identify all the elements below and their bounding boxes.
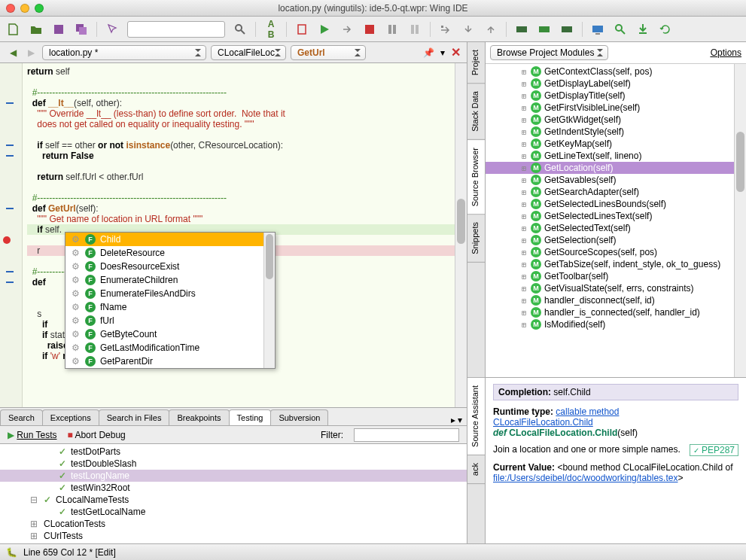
expand-icon[interactable]: ⊞ <box>520 224 528 233</box>
browser-method-item[interactable]: ⊞Mhandler_disconnect(self, id) <box>486 294 734 306</box>
browser-method-item[interactable]: ⊞MGetSavables(self) <box>486 174 734 186</box>
step-into-icon[interactable] <box>461 22 476 37</box>
browser-method-item[interactable]: ⊞MGetLineText(self, lineno) <box>486 150 734 162</box>
expand-icon[interactable]: ⊞ <box>520 285 528 293</box>
tab-search[interactable]: Search <box>0 409 43 425</box>
run-tests-button[interactable]: ▶ Run Tests <box>8 430 56 440</box>
autocomplete-item[interactable]: ⚙FChild <box>65 233 275 246</box>
step-over-icon[interactable] <box>438 22 453 37</box>
browser-method-item[interactable]: ⊞MIsModified(self) <box>486 318 734 330</box>
autocomplete-item[interactable]: ⚙FfUrl <box>65 314 275 327</box>
browser-method-item[interactable]: ⊞MGetSelectedText(self) <box>486 222 734 234</box>
browser-method-item[interactable]: ⊞Mhandler_is_connected(self, handler_id) <box>486 306 734 318</box>
test-item[interactable]: ⊞CUrlTests <box>0 530 467 542</box>
expand-icon[interactable]: ⊞ <box>520 152 528 160</box>
pause2-icon[interactable] <box>407 22 422 37</box>
expand-icon[interactable]: ⊞ <box>520 128 528 136</box>
browser-method-item[interactable]: ⊞MGetVisualState(self, errs, constraints… <box>486 282 734 294</box>
expand-icon[interactable]: ⊞ <box>520 297 528 305</box>
expand-icon[interactable]: ⊞ <box>520 236 528 245</box>
open-folder-icon[interactable] <box>29 22 44 37</box>
test-item[interactable]: ✓testDoubleSlash <box>0 458 467 470</box>
expand-icon[interactable]: ⊞ <box>520 200 528 208</box>
browser-method-item[interactable]: ⊞MGetSelection(self) <box>486 234 734 246</box>
test-tree[interactable]: ✓testDotParts✓testDoubleSlash✓testLongNa… <box>0 444 467 543</box>
reindent-icon[interactable]: AB <box>263 22 279 37</box>
browser-method-item[interactable]: ⊞MGetDisplayLabel(self) <box>486 78 734 90</box>
class-selector[interactable]: CLocalFileLoc <box>211 45 286 60</box>
code-editor[interactable]: return self #---------------------------… <box>0 63 467 408</box>
expand-icon[interactable]: ⊞ <box>520 68 528 76</box>
browser-method-item[interactable]: ⊞MGetSelectedLinesBounds(self) <box>486 198 734 210</box>
save-icon[interactable] <box>51 22 66 37</box>
pin-icon[interactable]: 📌 <box>423 47 434 58</box>
expand-icon[interactable]: ⊞ <box>520 80 528 88</box>
abort-debug-button[interactable]: ■ Abort Debug <box>67 430 125 440</box>
find-icon[interactable] <box>613 22 628 37</box>
autocomplete-item[interactable]: ⚙FfName <box>65 300 275 314</box>
tab-breakpoints[interactable]: Breakpoints <box>169 409 229 425</box>
browser-method-item[interactable]: ⊞MGetSearchAdapter(self) <box>486 186 734 198</box>
vtab-source-browser[interactable]: Source Browser <box>467 140 485 215</box>
tab-exceptions[interactable]: Exceptions <box>42 409 99 425</box>
expand-icon[interactable]: ⊞ <box>520 309 528 317</box>
refresh-icon[interactable] <box>658 22 673 37</box>
browser-method-item[interactable]: ⊞MGetFirstVisibleLine(self) <box>486 102 734 114</box>
new-file-icon[interactable] <box>6 22 21 37</box>
browser-method-item[interactable]: ⊞MGetGtkWidget(self) <box>486 114 734 126</box>
expand-icon[interactable]: ⊞ <box>520 104 528 112</box>
browser-method-item[interactable]: ⊞MGetLocation(self) <box>486 162 734 174</box>
expand-icon[interactable]: ⊞ <box>520 212 528 221</box>
file-selector[interactable]: location.py * <box>42 45 206 60</box>
autocomplete-popup[interactable]: ⚙FChild⚙FDeleteResource⚙FDoesResourceExi… <box>65 232 276 369</box>
run-icon[interactable] <box>317 22 332 37</box>
frame-current-icon[interactable] <box>537 22 552 37</box>
browse-mode-selector[interactable]: Browse Project Modules <box>490 45 608 60</box>
browser-method-item[interactable]: ⊞MGetContextClass(self, pos) <box>486 65 734 78</box>
tab-testing[interactable]: Testing <box>229 409 272 425</box>
expand-icon[interactable]: ⊞ <box>520 248 528 257</box>
browser-method-item[interactable]: ⊞MGetSourceScopes(self, pos) <box>486 246 734 258</box>
editor-scrollbar[interactable] <box>455 63 467 407</box>
browser-method-item[interactable]: ⊞MGetDisplayTitle(self) <box>486 90 734 102</box>
function-selector[interactable]: GetUrl <box>291 45 366 60</box>
save-all-icon[interactable] <box>74 22 89 37</box>
browser-tree[interactable]: ⊞MGetContextClass(self, pos)⊞MGetDisplay… <box>486 64 734 377</box>
step-out-icon[interactable] <box>483 22 498 37</box>
expand-icon[interactable]: ⊞ <box>520 260 528 269</box>
search-icon[interactable] <box>233 22 248 37</box>
autocomplete-item[interactable]: ⚙FGetLastModificationTime <box>65 341 275 355</box>
test-item[interactable]: ⊞CLocationTests <box>0 518 467 530</box>
browser-method-item[interactable]: ⊞MGetIndentStyle(self) <box>486 126 734 138</box>
expand-icon[interactable]: ⊞ <box>520 321 528 329</box>
vtab-source-assistant[interactable]: Source Assistant <box>467 378 485 455</box>
stop-icon[interactable] <box>362 22 377 37</box>
download-icon[interactable] <box>635 22 650 37</box>
vtab-ack[interactable]: ack <box>467 455 485 484</box>
browser-method-item[interactable]: ⊞MGetSelectedLinesText(self) <box>486 210 734 222</box>
autocomplete-item[interactable]: ⚙FDeleteResource <box>65 246 275 260</box>
debug-file-icon[interactable] <box>294 22 309 37</box>
expand-icon[interactable]: ⊞ <box>520 116 528 124</box>
frame-back-icon[interactable] <box>514 22 529 37</box>
toolbar-search-input[interactable] <box>127 21 225 38</box>
frame-fwd-icon[interactable] <box>559 22 574 37</box>
runtime-class-link[interactable]: CLocalFileLocation.Child <box>493 417 593 428</box>
vtab-stack-data[interactable]: Stack Data <box>467 84 485 140</box>
tab-subversion[interactable]: Subversion <box>270 409 328 425</box>
test-item[interactable]: ✓testGetLocalName <box>0 506 467 518</box>
autocomplete-scrollbar[interactable] <box>263 233 275 368</box>
test-item[interactable]: ✓testWin32Root <box>0 482 467 494</box>
monitor-icon[interactable] <box>590 22 605 37</box>
pause-icon[interactable] <box>385 22 400 37</box>
close-tab-icon[interactable]: ✕ <box>451 45 461 59</box>
expand-icon[interactable]: ⊞ <box>520 272 528 281</box>
vtab-project[interactable]: Project <box>467 42 485 84</box>
back-button[interactable]: ◀ <box>6 46 20 59</box>
test-item[interactable]: ✓testLongName <box>0 470 467 482</box>
cursor-icon[interactable] <box>105 22 120 37</box>
forward-button[interactable]: ▶ <box>24 46 38 59</box>
browser-method-item[interactable]: ⊞MGetToolbar(self) <box>486 270 734 282</box>
current-value-link[interactable]: file:/Users/sdeibel/doc/woodworking/tabl… <box>493 473 677 483</box>
expand-icon[interactable]: ⊞ <box>520 176 528 184</box>
